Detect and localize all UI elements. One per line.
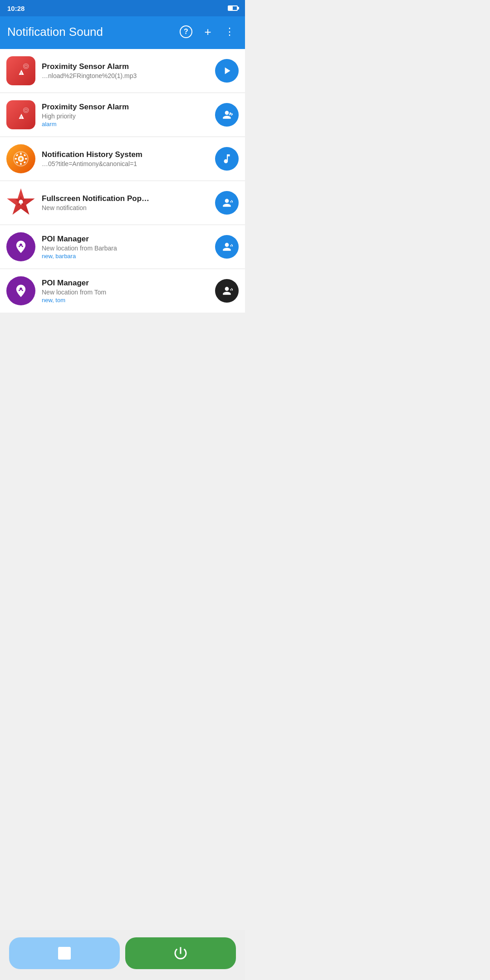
svg-point-4 — [24, 108, 29, 113]
svg-rect-13 — [25, 158, 27, 159]
app-icon-notif-history — [6, 144, 35, 173]
svg-point-0 — [24, 64, 29, 69]
svg-point-1 — [24, 65, 27, 68]
notification-text: POI Manager New location from Barbara ne… — [42, 235, 209, 260]
notification-title: Fullscreen Notification Pop… — [42, 194, 209, 203]
app-icon-proximity: ! — [6, 56, 35, 85]
notification-tags: new, tom — [42, 297, 209, 304]
notification-text: Proximity Sensor Alarm …nload%2FRingtone… — [42, 62, 209, 79]
list-item[interactable]: Notification History System …05?title=An… — [0, 137, 245, 181]
person-sound-button-4[interactable] — [215, 279, 239, 303]
notification-title: Notification History System — [42, 150, 209, 159]
svg-point-5 — [24, 109, 27, 112]
app-icon-fullscreen — [6, 188, 35, 217]
status-bar: 10:28 — [0, 0, 245, 16]
notification-subtitle: …nload%2FRingtone%20(1).mp3 — [42, 72, 209, 79]
add-icon: + — [204, 25, 211, 39]
svg-point-25 — [22, 289, 23, 291]
play-button[interactable] — [215, 59, 239, 83]
svg-rect-17 — [24, 161, 26, 164]
svg-point-19 — [20, 204, 21, 205]
notification-text: Fullscreen Notification Pop… New notific… — [42, 194, 209, 211]
list-item[interactable]: ! Proximity Sensor Alarm High priority a… — [0, 93, 245, 137]
person-sound-button-2[interactable] — [215, 191, 239, 215]
svg-point-21 — [19, 245, 20, 247]
list-item[interactable]: Fullscreen Notification Pop… New notific… — [0, 181, 245, 225]
notification-list: ! Proximity Sensor Alarm …nload%2FRingto… — [0, 49, 245, 313]
notification-tags: new, barbara — [42, 253, 209, 260]
list-item[interactable]: POI Manager New location from Tom new, t… — [0, 269, 245, 313]
more-icon: ⋮ — [225, 26, 235, 38]
svg-text:!: ! — [20, 71, 22, 75]
svg-rect-10 — [20, 153, 21, 155]
app-icon-poi — [6, 276, 35, 305]
list-item[interactable]: POI Manager New location from Barbara ne… — [0, 225, 245, 269]
svg-rect-12 — [15, 158, 17, 159]
svg-point-22 — [22, 245, 23, 247]
app-icon-poi — [6, 232, 35, 261]
notification-text: Notification History System …05?title=An… — [42, 150, 209, 167]
notification-title: POI Manager — [42, 235, 209, 244]
notification-text: POI Manager New location from Tom new, t… — [42, 279, 209, 304]
status-time: 10:28 — [7, 5, 24, 12]
person-sound-button-3[interactable] — [215, 235, 239, 259]
app-icon-proximity: ! — [6, 100, 35, 129]
svg-rect-11 — [20, 163, 21, 165]
notification-subtitle: New location from Tom — [42, 289, 209, 296]
list-item[interactable]: ! Proximity Sensor Alarm …nload%2FRingto… — [0, 49, 245, 93]
svg-point-24 — [19, 289, 20, 291]
music-button[interactable] — [215, 147, 239, 171]
svg-point-9 — [20, 157, 22, 160]
add-button[interactable]: + — [200, 24, 216, 40]
notification-subtitle: High priority — [42, 113, 209, 120]
help-button[interactable]: ? — [178, 24, 194, 40]
app-bar-title: Notification Sound — [7, 25, 172, 39]
battery-icon — [228, 5, 238, 11]
svg-text:!: ! — [20, 115, 22, 119]
more-button[interactable]: ⋮ — [221, 24, 238, 40]
help-icon: ? — [180, 25, 192, 38]
notification-title: Proximity Sensor Alarm — [42, 62, 209, 71]
svg-rect-14 — [16, 154, 19, 157]
notification-tags: alarm — [42, 121, 209, 127]
notification-subtitle: New location from Barbara — [42, 245, 209, 252]
person-sound-button[interactable] — [215, 103, 239, 127]
notification-title: Proximity Sensor Alarm — [42, 103, 209, 112]
svg-point-20 — [20, 244, 22, 246]
app-bar: Notification Sound ? + ⋮ — [0, 16, 245, 49]
notification-subtitle: New notification — [42, 204, 209, 211]
svg-rect-16 — [16, 161, 19, 164]
svg-rect-15 — [24, 154, 26, 157]
notification-title: POI Manager — [42, 279, 209, 288]
notification-subtitle: …05?title=Antimony&canonical=1 — [42, 160, 209, 167]
svg-point-23 — [20, 288, 22, 290]
notification-text: Proximity Sensor Alarm High priority ala… — [42, 103, 209, 127]
